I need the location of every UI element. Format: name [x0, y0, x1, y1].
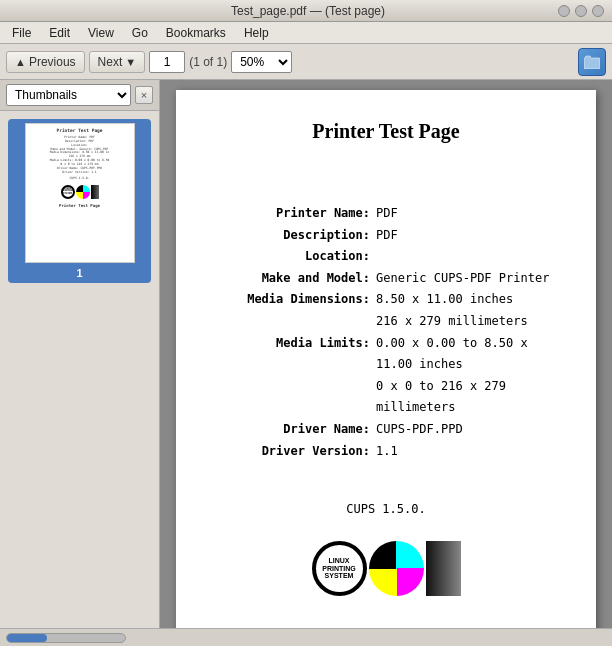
next-button[interactable]: Next ▼	[89, 51, 146, 73]
pdf-label-location: Location:	[216, 246, 376, 268]
previous-label: Previous	[29, 55, 76, 69]
pdf-label-description: Description:	[216, 225, 376, 247]
pdf-value-media-dim-mm: 216 x 279 millimeters	[376, 311, 528, 333]
close-button[interactable]	[592, 5, 604, 17]
thumbnail-area: Printer Test Page Printer Name: PDF Desc…	[0, 111, 159, 628]
main-area: Thumbnails Bookmarks × Printer Test Page…	[0, 80, 612, 628]
menu-bar: File Edit View Go Bookmarks Help	[0, 22, 612, 44]
menu-file[interactable]: File	[4, 24, 39, 42]
cups-version: CUPS 1.5.0.	[346, 502, 425, 516]
sidebar-view-select[interactable]: Thumbnails Bookmarks	[6, 84, 131, 106]
pdf-page: Printer Test Page Printer Name: PDF Desc…	[176, 90, 596, 628]
pdf-main-title: Printer Test Page	[312, 120, 459, 143]
scrollbar-thumb[interactable]	[7, 634, 47, 642]
previous-button[interactable]: ▲ Previous	[6, 51, 85, 73]
pdf-value-driver-name: CUPS-PDF.PPD	[376, 419, 463, 441]
sidebar-close-button[interactable]: ×	[135, 86, 153, 104]
arrow-right-icon: ▼	[125, 56, 136, 68]
sidebar: Thumbnails Bookmarks × Printer Test Page…	[0, 80, 160, 628]
next-label: Next	[98, 55, 123, 69]
logo-area: LINUXPRINTINGSYSTEM	[312, 541, 461, 596]
pdf-value-media-limits: 0.00 x 0.00 to 8.50 x 11.00 inches	[376, 333, 556, 376]
pdf-value-media-limits-mm: 0 x 0 to 216 x 279 millimeters	[376, 376, 556, 419]
pdf-value-description: PDF	[376, 225, 398, 247]
minimize-button[interactable]	[558, 5, 570, 17]
linux-printing-logo: LINUXPRINTINGSYSTEM	[312, 541, 367, 596]
color-wheel-icon	[369, 541, 424, 596]
menu-edit[interactable]: Edit	[41, 24, 78, 42]
pdf-label-media-dim-mm	[216, 311, 376, 333]
page-input[interactable]	[149, 51, 185, 73]
menu-bookmarks[interactable]: Bookmarks	[158, 24, 234, 42]
horizontal-scrollbar[interactable]	[6, 633, 126, 643]
window-title: Test_page.pdf — (Test page)	[58, 4, 558, 18]
black-gradient-bar	[426, 541, 461, 596]
toolbar: ▲ Previous Next ▼ (1 of 1) 50% 75% 100% …	[0, 44, 612, 80]
arrow-left-icon: ▲	[15, 56, 26, 68]
logo-text: LINUXPRINTINGSYSTEM	[322, 557, 355, 580]
thumbnail-item-1[interactable]: Printer Test Page Printer Name: PDF Desc…	[8, 119, 151, 283]
menu-go[interactable]: Go	[124, 24, 156, 42]
pdf-value-media-dim: 8.50 x 11.00 inches	[376, 289, 513, 311]
pdf-value-printer-name: PDF	[376, 203, 398, 225]
pdf-label-make-model: Make and Model:	[216, 268, 376, 290]
pdf-info-table: Printer Name: PDF Description: PDF Locat…	[216, 203, 556, 462]
pdf-value-driver-version: 1.1	[376, 441, 398, 463]
menu-view[interactable]: View	[80, 24, 122, 42]
pdf-label-printer-name: Printer Name:	[216, 203, 376, 225]
close-icon: ×	[141, 89, 147, 101]
thumbnail-label: 1	[76, 267, 82, 279]
pdf-label-driver-name: Driver Name:	[216, 419, 376, 441]
page-count: (1 of 1)	[189, 55, 227, 69]
title-bar: Test_page.pdf — (Test page)	[0, 0, 612, 22]
sidebar-toggle-button[interactable]	[578, 48, 606, 76]
maximize-button[interactable]	[575, 5, 587, 17]
pdf-label-driver-version: Driver Version:	[216, 441, 376, 463]
pdf-label-media-limits-mm	[216, 376, 376, 419]
pdf-label-media-dim: Media Dimensions:	[216, 289, 376, 311]
pdf-viewer[interactable]: Printer Test Page Printer Name: PDF Desc…	[160, 80, 612, 628]
menu-help[interactable]: Help	[236, 24, 277, 42]
window-controls[interactable]	[558, 5, 604, 17]
zoom-select[interactable]: 50% 75% 100% 125% 150% 200%	[231, 51, 292, 73]
pdf-label-media-limits: Media Limits:	[216, 333, 376, 376]
status-bar	[0, 628, 612, 646]
thumbnail-image: Printer Test Page Printer Name: PDF Desc…	[25, 123, 135, 263]
sidebar-header: Thumbnails Bookmarks ×	[0, 80, 159, 111]
pdf-value-make-model: Generic CUPS-PDF Printer	[376, 268, 549, 290]
